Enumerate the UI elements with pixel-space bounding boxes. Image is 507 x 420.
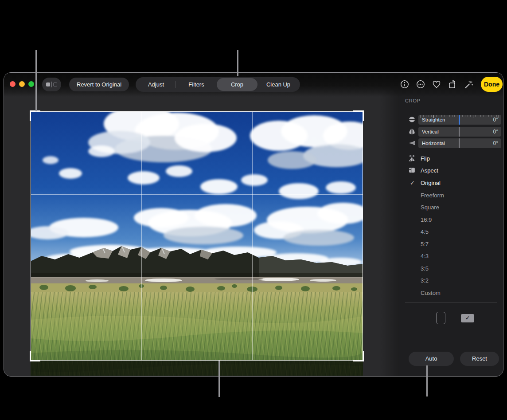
tab-crop[interactable]: Crop: [217, 78, 257, 91]
straighten-indicator[interactable]: [459, 115, 460, 125]
photos-edit-window: CROP Straighten 0° Vertical 0°: [4, 72, 503, 377]
close-button[interactable]: [10, 81, 16, 87]
compare-icon: [46, 82, 50, 86]
straighten-label: Straighten: [422, 115, 445, 125]
crop-grid-line-vertical-1: [141, 112, 142, 360]
crop-frame[interactable]: [31, 111, 363, 361]
revert-to-original-button[interactable]: Revert to Original: [69, 78, 129, 91]
minimize-button[interactable]: [19, 81, 25, 87]
aspect-option-original[interactable]: Original: [421, 179, 441, 188]
more-button[interactable]: [415, 79, 426, 90]
more-icon: [416, 79, 425, 89]
crop-grid-line-vertical-2: [252, 112, 253, 360]
auto-enhance-wand-icon: [464, 79, 473, 89]
info-icon: [400, 79, 410, 89]
vertical-indicator[interactable]: [459, 127, 460, 137]
info-button[interactable]: [399, 79, 410, 90]
auto-enhance-button[interactable]: [463, 79, 474, 90]
done-button[interactable]: Done: [481, 77, 503, 92]
aspect-option-5-7[interactable]: 5:7: [421, 240, 429, 249]
compare-button[interactable]: [42, 78, 61, 91]
auto-button[interactable]: Auto: [409, 352, 454, 366]
crop-handle-top-right[interactable]: [353, 110, 364, 121]
favorite-button[interactable]: [431, 79, 442, 90]
zoom-button[interactable]: [28, 81, 34, 87]
crop-grid-line-horizontal-1: [31, 194, 363, 195]
aspect-row[interactable]: Aspect: [421, 167, 438, 175]
callout-line-crop-area: [218, 361, 220, 397]
flip-icon: [408, 154, 416, 162]
callout-line-crop-tab: [237, 50, 238, 76]
tab-adjust[interactable]: Adjust: [136, 78, 176, 91]
reset-button[interactable]: Reset: [460, 352, 499, 366]
edit-mode-segmented-control: Adjust Filters Crop Clean Up: [136, 77, 300, 92]
orientation-portrait-button[interactable]: [436, 312, 445, 324]
divider: [405, 302, 497, 303]
aspect-option-16-9[interactable]: 16:9: [421, 216, 432, 224]
callout-line-auto-button: [426, 365, 428, 396]
crop-handle-bottom-left[interactable]: [30, 351, 40, 361]
straighten-value: 0°: [493, 115, 498, 125]
canvas-shade: [379, 73, 399, 376]
callout-line-crop-corner: [35, 50, 37, 111]
orientation-landscape-button[interactable]: ✓: [461, 314, 474, 322]
heart-icon: [432, 79, 441, 89]
crop-section-title: CROP: [405, 98, 421, 103]
aspect-option-square[interactable]: Square: [421, 203, 439, 212]
horizontal-perspective-icon: [408, 139, 416, 147]
check-icon: ✓: [410, 179, 415, 188]
aspect-option-freeform[interactable]: Freeform: [421, 191, 444, 200]
horizontal-indicator[interactable]: [459, 138, 460, 148]
vertical-slider[interactable]: Vertical 0°: [418, 127, 501, 137]
horizontal-label: Horizontal: [422, 138, 445, 149]
crop-sidebar: CROP Straighten 0° Vertical 0°: [399, 73, 503, 376]
flip-row[interactable]: Flip: [421, 155, 430, 163]
tab-clean-up[interactable]: Clean Up: [257, 78, 299, 91]
rotate-button[interactable]: [447, 79, 458, 90]
aspect-option-3-5[interactable]: 3:5: [421, 264, 429, 273]
aspect-option-3-2[interactable]: 3:2: [421, 276, 429, 285]
divider: [405, 108, 497, 108]
crop-grid-line-horizontal-2: [31, 278, 363, 278]
vertical-perspective-icon: [408, 128, 416, 135]
rotate-icon: [448, 79, 457, 89]
vertical-label: Vertical: [422, 127, 439, 137]
horizontal-value: 0°: [493, 138, 498, 149]
straighten-slider[interactable]: Straighten 0°: [418, 115, 501, 125]
crop-handle-top-left[interactable]: [30, 110, 40, 121]
tab-filters[interactable]: Filters: [176, 78, 217, 91]
vertical-value: 0°: [493, 127, 498, 137]
horizontal-slider[interactable]: Horizontal 0°: [418, 138, 501, 148]
crop-handle-bottom-right[interactable]: [353, 351, 364, 361]
aspect-option-4-3[interactable]: 4:3: [421, 252, 429, 261]
aspect-option-custom[interactable]: Custom: [421, 289, 441, 298]
aspect-option-4-5[interactable]: 4:5: [421, 228, 429, 236]
level-icon: [408, 116, 416, 123]
edit-toolbar: Revert to Original Adjust Filters Crop C…: [4, 73, 503, 97]
aspect-icon: [408, 166, 416, 174]
